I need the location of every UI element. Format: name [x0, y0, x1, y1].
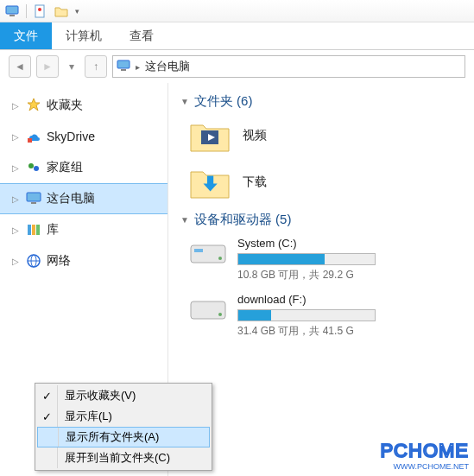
sidebar-item-skydrive[interactable]: ▷ SkyDrive	[0, 121, 167, 152]
svg-rect-13	[36, 225, 40, 235]
svg-point-7	[28, 163, 34, 168]
expand-icon[interactable]: ▷	[12, 163, 21, 173]
expand-icon[interactable]: ▷	[12, 132, 21, 142]
pc-icon	[5, 4, 19, 18]
main-pane: ▼ 文件夹 (6) 视频 下载 ▼ 设备和驱动器 (5) System (C:)	[168, 83, 474, 476]
video-folder-icon	[189, 118, 231, 153]
folder-label: 视频	[243, 128, 267, 143]
drive-icon	[189, 237, 227, 266]
tab-computer[interactable]: 计算机	[52, 22, 116, 49]
folder-icon[interactable]	[54, 4, 68, 18]
svg-rect-20	[194, 249, 203, 252]
svg-rect-1	[9, 15, 15, 16]
check-icon: ✓	[37, 385, 58, 406]
back-button[interactable]: ◄	[9, 55, 31, 78]
pc-icon	[26, 191, 41, 206]
drive-free-text: 31.4 GB 可用，共 41.5 G	[237, 324, 474, 339]
svg-rect-9	[27, 193, 41, 201]
sidebar-item-label: 收藏夹	[47, 98, 83, 113]
collapse-icon[interactable]: ▼	[180, 215, 189, 225]
svg-rect-12	[32, 225, 35, 235]
skydrive-icon	[26, 129, 41, 144]
tab-file[interactable]: 文件	[0, 22, 52, 49]
drive-item-system[interactable]: System (C:) 10.8 GB 可用，共 29.2 G	[180, 237, 474, 282]
svg-rect-0	[6, 6, 18, 14]
breadcrumb[interactable]: 这台电脑	[145, 59, 190, 74]
sidebar-item-homegroup[interactable]: ▷ 家庭组	[0, 152, 167, 183]
address-bar[interactable]: ▸ 这台电脑	[112, 55, 465, 78]
chevron-right-icon[interactable]: ▸	[136, 62, 140, 72]
properties-icon[interactable]	[34, 4, 47, 18]
svg-point-8	[34, 166, 39, 171]
check-icon	[37, 447, 58, 468]
address-row: ◄ ► ▾ ↑ ▸ 这台电脑	[0, 50, 474, 83]
recent-dropdown[interactable]: ▾	[64, 55, 79, 78]
svg-rect-10	[31, 202, 36, 204]
expand-icon[interactable]: ▷	[12, 257, 21, 266]
watermark: PCHOME WWW.PCHOME.NET	[380, 440, 469, 471]
ribbon-tabs: 文件 计算机 查看	[0, 22, 474, 50]
drive-usage-bar	[237, 253, 376, 265]
menu-item-expand-current[interactable]: 展开到当前文件夹(C)	[37, 447, 210, 468]
svg-rect-5	[121, 69, 126, 71]
homegroup-icon	[26, 160, 41, 175]
sidebar-item-favorites[interactable]: ▷ 收藏夹	[0, 90, 167, 121]
drive-usage-bar	[237, 309, 376, 321]
menu-item-show-libraries[interactable]: ✓ 显示库(L)	[37, 406, 210, 427]
svg-rect-11	[28, 225, 31, 235]
svg-point-3	[38, 8, 41, 11]
sidebar: ▷ 收藏夹 ▷ SkyDrive ▷ 家庭组 ▷ 这台电脑 ▷ 库 ▷ 网络	[0, 83, 168, 476]
titlebar: ▾	[0, 0, 474, 22]
sidebar-item-label: 库	[47, 222, 59, 238]
collapse-icon[interactable]: ▼	[180, 97, 189, 106]
qat-dropdown[interactable]: ▾	[75, 7, 79, 16]
sidebar-item-label: 家庭组	[47, 160, 83, 175]
network-icon	[26, 253, 41, 269]
drive-item-download[interactable]: download (F:) 31.4 GB 可用，共 41.5 G	[180, 293, 474, 339]
menu-item-show-favorites[interactable]: ✓ 显示收藏夹(V)	[37, 385, 210, 406]
svg-rect-6	[28, 138, 32, 143]
libraries-icon	[26, 222, 41, 238]
drives-section-header[interactable]: ▼ 设备和驱动器 (5)	[180, 212, 474, 228]
drive-free-text: 10.8 GB 可用，共 29.2 G	[237, 268, 474, 282]
svg-rect-4	[117, 60, 130, 68]
sidebar-item-network[interactable]: ▷ 网络	[0, 245, 167, 276]
sidebar-item-label: 网络	[47, 253, 71, 269]
expand-icon[interactable]: ▷	[12, 101, 21, 111]
sidebar-item-label: SkyDrive	[47, 130, 95, 143]
star-icon	[26, 98, 41, 113]
check-icon	[38, 428, 59, 447]
download-folder-icon	[189, 165, 231, 200]
sidebar-item-label: 这台电脑	[47, 191, 95, 206]
svg-point-23	[218, 313, 222, 316]
drive-name: download (F:)	[237, 293, 474, 306]
folder-label: 下载	[243, 175, 267, 190]
check-icon: ✓	[37, 406, 58, 427]
svg-point-21	[218, 257, 222, 260]
drive-icon	[189, 293, 227, 322]
folder-item-downloads[interactable]: 下载	[180, 165, 474, 200]
context-menu: ✓ 显示收藏夹(V) ✓ 显示库(L) 显示所有文件夹(A) 展开到当前文件夹(…	[35, 383, 212, 471]
folder-item-videos[interactable]: 视频	[180, 118, 474, 153]
pc-icon	[117, 59, 130, 75]
expand-icon[interactable]: ▷	[12, 194, 21, 204]
sidebar-item-libraries[interactable]: ▷ 库	[0, 214, 167, 245]
drive-name: System (C:)	[237, 237, 474, 250]
up-button[interactable]: ↑	[85, 55, 107, 78]
menu-item-show-all-folders[interactable]: 显示所有文件夹(A)	[37, 427, 210, 447]
expand-icon[interactable]: ▷	[12, 225, 21, 235]
forward-button[interactable]: ►	[36, 55, 59, 78]
sidebar-item-thispc[interactable]: ▷ 这台电脑	[0, 183, 167, 214]
folders-section-header[interactable]: ▼ 文件夹 (6)	[180, 93, 474, 110]
tab-view[interactable]: 查看	[116, 22, 167, 49]
